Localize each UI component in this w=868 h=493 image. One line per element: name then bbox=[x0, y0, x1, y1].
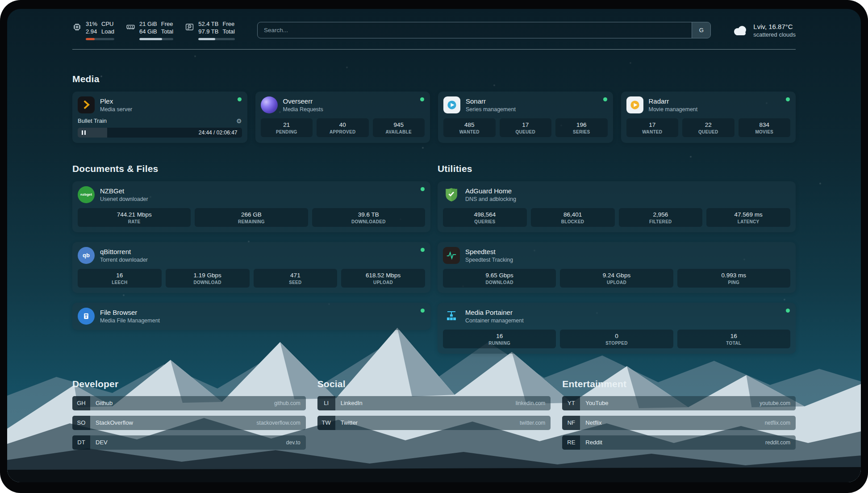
filebrowser-icon bbox=[78, 308, 95, 325]
bookmark-github[interactable]: GH Github github.com bbox=[72, 396, 306, 410]
bookmark-reddit[interactable]: RE Reddit reddit.com bbox=[562, 435, 796, 450]
nzbget-icon: nzbget bbox=[78, 186, 95, 203]
stat-value: 22 bbox=[684, 121, 733, 128]
stat-label: SEED bbox=[255, 280, 336, 285]
stat-label: WANTED bbox=[445, 130, 494, 134]
disk-bar bbox=[198, 38, 235, 40]
memory-total-value: 64 GiB bbox=[139, 28, 157, 36]
bookmark-name: Github bbox=[96, 400, 113, 406]
header-divider bbox=[72, 49, 796, 50]
bookmark-domain: stackoverflow.com bbox=[257, 420, 300, 426]
weather-widget: Lviv, 16.87°C scattered clouds bbox=[731, 23, 796, 38]
bookmark-domain: dev.to bbox=[286, 439, 300, 446]
adguard-stat-filtered: 2,956 FILTERED bbox=[619, 208, 703, 227]
section-documents: Documents & Files nzbget NZBGet Usenet d… bbox=[72, 163, 430, 330]
bookmark-domain: github.com bbox=[274, 400, 300, 406]
top-bar: 31% 2.94 CPU Load bbox=[72, 21, 796, 40]
bookmark-name: Reddit bbox=[585, 439, 602, 446]
qbittorrent-stat-download: 1.19 Gbps DOWNLOAD bbox=[166, 269, 250, 288]
overseerr-icon bbox=[261, 96, 278, 113]
plex-icon bbox=[78, 96, 95, 113]
disk-free-value: 52.4 TB bbox=[198, 21, 218, 28]
bookmark-twitter[interactable]: TW Twitter twitter.com bbox=[317, 416, 551, 430]
cpu-widget: 31% 2.94 CPU Load bbox=[72, 21, 114, 40]
memory-readout: 21 GiB 64 GiB Free Total bbox=[139, 21, 173, 36]
disk-readout: 52.4 TB 97.9 TB Free Total bbox=[198, 21, 235, 36]
service-card-filebrowser[interactable]: File Browser Media File Management bbox=[72, 303, 430, 330]
system-resources: 31% 2.94 CPU Load bbox=[72, 21, 235, 40]
service-card-sonarr[interactable]: Sonarr Series management 485 WANTED 1 bbox=[438, 92, 613, 143]
stat-label: TOTAL bbox=[679, 341, 789, 346]
bookmark-domain: reddit.com bbox=[765, 439, 790, 446]
speedtest-stat-upload: 9.24 Gbps UPLOAD bbox=[560, 269, 673, 288]
pause-button[interactable] bbox=[82, 130, 86, 135]
weather-location: Lviv, 16.87°C bbox=[753, 23, 796, 30]
stat-value: 1.19 Gbps bbox=[167, 272, 248, 279]
service-card-speedtest[interactable]: Speedtest Speedtest Tracking 9.65 Gbps D… bbox=[438, 242, 796, 293]
bookmark-name: LinkedIn bbox=[341, 400, 363, 406]
stat-label: FILTERED bbox=[621, 219, 701, 224]
overseerr-stat-approved: 40 APPROVED bbox=[317, 118, 369, 137]
sonarr-stat-series: 196 SERIES bbox=[555, 118, 608, 137]
sonarr-stat-queued: 17 QUEUED bbox=[500, 118, 552, 137]
search-input[interactable] bbox=[258, 22, 692, 38]
stat-label: BLOCKED bbox=[533, 219, 613, 224]
bookmark-abbr: NF bbox=[562, 416, 580, 430]
cpu-load-value: 2.94 bbox=[86, 28, 97, 36]
radarr-stat-wanted: 17 WANTED bbox=[626, 118, 679, 137]
search-bar[interactable]: G bbox=[257, 22, 711, 38]
stat-value: 471 bbox=[255, 272, 336, 279]
status-indicator bbox=[786, 97, 790, 101]
stat-value: 9.65 Gbps bbox=[445, 272, 554, 279]
service-card-plex[interactable]: Plex Media server Bullet Train ⚙ bbox=[72, 92, 247, 143]
section-title-entertainment: Entertainment bbox=[562, 379, 796, 389]
bookmark-group-social: Social LI LinkedIn linkedin.com TW Twitt… bbox=[317, 379, 551, 455]
bookmark-netflix[interactable]: NF Netflix netflix.com bbox=[562, 416, 796, 430]
bookmark-stackoverflow[interactable]: SO StackOverflow stackoverflow.com bbox=[72, 416, 306, 430]
radarr-icon bbox=[626, 96, 643, 113]
cpu-bar-fill bbox=[86, 38, 95, 40]
bookmark-linkedin[interactable]: LI LinkedIn linkedin.com bbox=[317, 396, 551, 410]
cpu-load-label: Load bbox=[101, 28, 114, 36]
overseerr-stat-available: 945 AVAILABLE bbox=[373, 118, 425, 137]
search-provider-button[interactable]: G bbox=[692, 22, 710, 38]
stat-value: 17 bbox=[501, 121, 550, 128]
service-subtitle: Torrent downloader bbox=[100, 257, 148, 263]
section-title-documents: Documents & Files bbox=[72, 163, 430, 174]
cpu-label: CPU bbox=[101, 21, 114, 28]
bookmark-domain: twitter.com bbox=[520, 420, 545, 426]
disk-free-label: Free bbox=[222, 21, 234, 28]
memory-bar bbox=[139, 38, 173, 40]
service-card-nzbget[interactable]: nzbget NZBGet Usenet downloader 7 bbox=[72, 181, 430, 232]
stat-label: DOWNLOADED bbox=[314, 219, 423, 224]
status-indicator bbox=[603, 97, 607, 101]
status-indicator bbox=[786, 309, 790, 313]
bookmark-groups: Developer GH Github github.com SO StackO… bbox=[72, 379, 796, 473]
bookmark-youtube[interactable]: YT YouTube youtube.com bbox=[562, 396, 796, 410]
service-name: File Browser bbox=[100, 309, 160, 316]
stat-label: QUEUED bbox=[501, 130, 550, 134]
bookmark-abbr: GH bbox=[72, 396, 90, 410]
section-title-utilities: Utilities bbox=[438, 163, 796, 174]
speedtest-stat-download: 9.65 Gbps DOWNLOAD bbox=[443, 269, 556, 288]
service-card-overseerr[interactable]: Overseerr Media Requests 21 PENDING 4 bbox=[255, 92, 430, 143]
section-title-social: Social bbox=[317, 379, 551, 389]
stat-value: 834 bbox=[740, 121, 789, 128]
stat-label: STOPPED bbox=[562, 341, 671, 346]
adguard-stat-latency: 47.569 ms LATENCY bbox=[706, 208, 790, 227]
memory-free-value: 21 GiB bbox=[139, 21, 157, 28]
service-card-adguard[interactable]: AdGuard Home DNS and adblocking 498,564 … bbox=[438, 181, 796, 232]
stream-settings-icon[interactable]: ⚙ bbox=[236, 117, 242, 125]
service-card-radarr[interactable]: Radarr Movie management 17 WANTED 22 bbox=[621, 92, 796, 143]
qbittorrent-stat-leech: 16 LEECH bbox=[78, 269, 162, 288]
service-name: Speedtest bbox=[465, 248, 513, 255]
section-media: Media Plex Media server bbox=[72, 74, 796, 143]
service-subtitle: DNS and adblocking bbox=[465, 196, 516, 202]
service-card-portainer[interactable]: Media Portainer Container management 16 … bbox=[438, 303, 796, 354]
radarr-stat-movies: 834 MOVIES bbox=[739, 118, 791, 137]
qbittorrent-icon-text: qb bbox=[83, 252, 90, 259]
nzbget-icon-text: nzbget bbox=[80, 192, 92, 196]
stat-label: AVAILABLE bbox=[375, 130, 423, 134]
service-card-qbittorrent[interactable]: qb qBittorrent Torrent downloader bbox=[72, 242, 430, 293]
bookmark-dev[interactable]: DT DEV dev.to bbox=[72, 435, 306, 450]
